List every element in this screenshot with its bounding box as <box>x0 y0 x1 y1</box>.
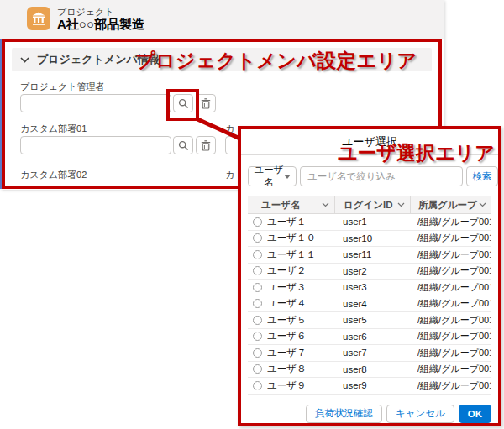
filter-input[interactable] <box>300 166 463 186</box>
login-id-cell: user5 <box>334 315 410 325</box>
column-header-user-name[interactable]: ユーザ名 <box>248 196 334 213</box>
caret-down-icon <box>284 175 291 179</box>
table-row[interactable]: ユーザ２user2/組織/グループ001/グ… <box>248 264 491 280</box>
login-id-cell: user3 <box>334 282 410 292</box>
load-check-button[interactable]: 負荷状況確認 <box>306 405 382 423</box>
radio-button[interactable] <box>253 316 262 325</box>
trash-icon <box>201 98 211 109</box>
user-name-cell: ユーザ４ <box>267 297 334 310</box>
modal-header-divider <box>241 154 498 155</box>
user-name-cell: ユーザ３ <box>267 281 334 294</box>
modal-title: ユーザ選択 <box>241 134 498 149</box>
radio-button[interactable] <box>253 364 262 374</box>
screenshot-stage: プロジェクト A社○○部品製造 プロジェクトメンバ情報 プロジェクト管理者 <box>0 0 504 429</box>
group-cell: /組織/グループ001/グ… <box>410 347 491 359</box>
login-id-cell: user10 <box>334 233 410 243</box>
login-id-cell: user11 <box>334 249 410 259</box>
field-label-custom-dept-01: カスタム部署01 <box>20 123 87 135</box>
table-row[interactable]: ユーザ１０user10/組織/グループ001/グ… <box>248 231 491 248</box>
group-cell: /組織/グループ001/グ… <box>410 297 491 310</box>
chevron-down-icon <box>20 57 29 63</box>
field-label-project-manager: プロジェクト管理者 <box>20 81 105 93</box>
project-manager-input[interactable] <box>20 94 171 112</box>
search-icon <box>178 98 189 109</box>
user-select-modal: ユーザ選択 ユーザ名 検索 ユーザ名 ログインID <box>238 126 501 426</box>
search-button[interactable] <box>173 94 193 112</box>
filter-field-dropdown[interactable]: ユーザ名 <box>248 166 297 186</box>
group-cell: /組織/グループ001 <box>410 216 491 228</box>
radio-button[interactable] <box>253 299 262 308</box>
user-name-cell: ユーザ７ <box>267 347 334 359</box>
delete-button[interactable] <box>196 136 216 154</box>
user-name-cell: ユーザ９ <box>267 379 334 392</box>
chevron-down-icon <box>397 202 405 207</box>
group-cell: /組織/グループ001/グ… <box>410 379 491 392</box>
window-edge <box>0 39 2 189</box>
user-name-cell: ユーザ８ <box>267 363 334 375</box>
ok-button[interactable]: OK <box>459 405 491 423</box>
group-cell: /組織/グループ001/グ… <box>410 281 491 294</box>
user-table-body: ユーザ１user1/組織/グループ001ユーザ１０user10/組織/グループ0… <box>248 214 491 395</box>
login-id-cell: user7 <box>334 348 410 358</box>
trash-icon <box>201 140 211 151</box>
user-name-cell: ユーザ５ <box>267 314 334 327</box>
table-row[interactable]: ユーザ７user7/組織/グループ001/グ… <box>248 345 491 362</box>
custom-dept-01-input[interactable] <box>20 136 171 154</box>
table-row[interactable]: ユーザ６user6/組織/グループ001/グ… <box>248 329 491 346</box>
delete-button[interactable] <box>196 94 216 112</box>
column-header-login-id[interactable]: ログインID <box>334 196 410 213</box>
filter-bar: ユーザ名 検索 <box>248 166 491 186</box>
cancel-button[interactable]: キャンセル <box>386 405 454 423</box>
group-cell: /組織/グループ001/グ… <box>410 232 491 244</box>
search-icon <box>178 140 189 151</box>
table-row[interactable]: ユーザ８user8/組織/グループ001/グ… <box>248 362 491 379</box>
radio-button[interactable] <box>253 217 262 227</box>
radio-button[interactable] <box>253 283 262 292</box>
group-cell: /組織/グループ001/グ… <box>410 330 491 343</box>
group-cell: /組織/グループ001/グ… <box>410 249 491 261</box>
user-table-header: ユーザ名 ログインID 所属グループ <box>248 196 491 214</box>
column-header-group[interactable]: 所属グループ <box>410 196 491 213</box>
record-header: プロジェクト A社○○部品製造 <box>0 0 444 39</box>
bank-icon <box>27 7 50 30</box>
chevron-down-icon <box>479 202 486 207</box>
login-id-cell: user1 <box>334 217 410 227</box>
login-id-cell: user2 <box>334 266 410 276</box>
section-header[interactable]: プロジェクトメンバ情報 <box>12 48 432 71</box>
radio-button[interactable] <box>253 332 262 341</box>
table-row[interactable]: ユーザ１１user11/組織/グループ001/グ… <box>248 247 491 264</box>
login-id-cell: user8 <box>334 364 410 374</box>
modal-footer: 負荷状況確認 キャンセル OK <box>241 400 498 426</box>
clipped-field-label: カ <box>225 123 234 135</box>
user-name-cell: ユーザ１０ <box>267 232 334 244</box>
radio-button[interactable] <box>253 348 262 358</box>
search-button[interactable] <box>173 136 193 154</box>
chevron-down-icon <box>322 202 329 207</box>
user-name-cell: ユーザ１１ <box>267 249 334 261</box>
clipped-field-label: カ <box>225 169 234 181</box>
filter-field-label: ユーザ名 <box>254 164 284 189</box>
filter-search-button[interactable]: 検索 <box>466 166 498 186</box>
table-row[interactable]: ユーザ４user4/組織/グループ001/グ… <box>248 296 491 313</box>
table-row[interactable]: ユーザ９user9/組織/グループ001/グ… <box>248 378 491 395</box>
table-row[interactable]: ユーザ１user1/組織/グループ001 <box>248 214 491 231</box>
login-id-cell: user4 <box>334 299 410 309</box>
radio-button[interactable] <box>253 233 262 243</box>
section-title: プロジェクトメンバ情報 <box>37 52 160 67</box>
table-row[interactable]: ユーザ５user5/組織/グループ001/グ… <box>248 312 491 329</box>
radio-button[interactable] <box>253 250 262 259</box>
user-name-cell: ユーザ１ <box>267 216 334 228</box>
user-name-cell: ユーザ６ <box>267 330 334 343</box>
table-row[interactable]: ユーザ３user3/組織/グループ001/グ… <box>248 280 491 296</box>
radio-button[interactable] <box>253 381 262 390</box>
login-id-cell: user9 <box>334 380 410 390</box>
user-name-cell: ユーザ２ <box>267 264 334 277</box>
radio-button[interactable] <box>253 266 262 275</box>
group-cell: /組織/グループ001/グ… <box>410 264 491 277</box>
group-cell: /組織/グループ001/グ… <box>410 314 491 327</box>
login-id-cell: user6 <box>334 332 410 342</box>
field-label-custom-dept-02: カスタム部署02 <box>20 169 87 181</box>
user-table: ユーザ名 ログインID 所属グループ <box>248 196 491 395</box>
record-title: A社○○部品製造 <box>57 17 144 33</box>
group-cell: /組織/グループ001/グ… <box>410 363 491 375</box>
